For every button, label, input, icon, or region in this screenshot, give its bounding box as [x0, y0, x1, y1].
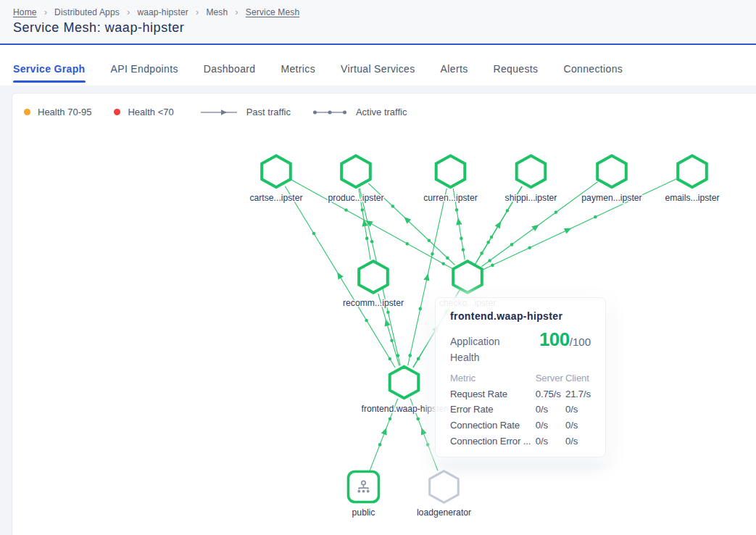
- svg-text:paymen...ipster: paymen...ipster: [581, 193, 641, 203]
- svg-text:public: public: [352, 507, 375, 518]
- svg-text:shippi...ipster: shippi...ipster: [505, 193, 557, 203]
- svg-text:loadgenerator: loadgenerator: [417, 507, 471, 518]
- svg-text:curren...ipster: curren...ipster: [423, 193, 478, 203]
- svg-text:frontend.waap-hipster: frontend.waap-hipster: [362, 404, 447, 414]
- svg-text:produc...ipster: produc...ipster: [328, 193, 383, 203]
- svg-text:recomm...ipster: recomm...ipster: [343, 298, 404, 308]
- svg-text:cartse...ipster: cartse...ipster: [249, 193, 302, 203]
- svg-text:emails...ipster: emails...ipster: [665, 193, 719, 203]
